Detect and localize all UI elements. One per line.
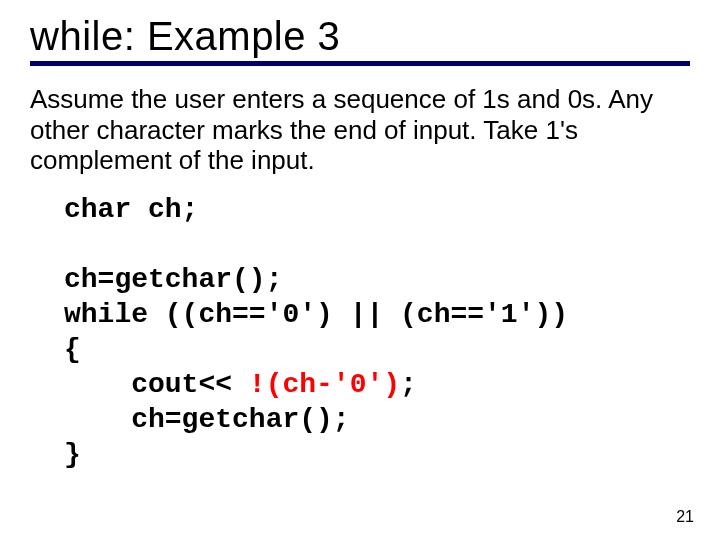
slide-title: while: Example 3 bbox=[30, 14, 690, 59]
code-line-3: ch=getchar(); bbox=[64, 264, 282, 295]
code-line-5: { bbox=[64, 334, 81, 365]
page-number: 21 bbox=[676, 508, 694, 526]
code-line-6-red: !(ch-'0') bbox=[249, 369, 400, 400]
code-line-7: ch=getchar(); bbox=[64, 404, 350, 435]
code-block: char ch; ch=getchar(); while ((ch=='0') … bbox=[30, 192, 690, 472]
title-underline bbox=[30, 61, 690, 66]
code-line-4: while ((ch=='0') || (ch=='1')) bbox=[64, 299, 568, 330]
code-line-1: char ch; bbox=[64, 194, 198, 225]
code-line-8: } bbox=[64, 439, 81, 470]
slide-description: Assume the user enters a sequence of 1s … bbox=[30, 84, 690, 176]
code-line-6-suffix: ; bbox=[400, 369, 417, 400]
code-line-6-prefix: cout<< bbox=[64, 369, 249, 400]
